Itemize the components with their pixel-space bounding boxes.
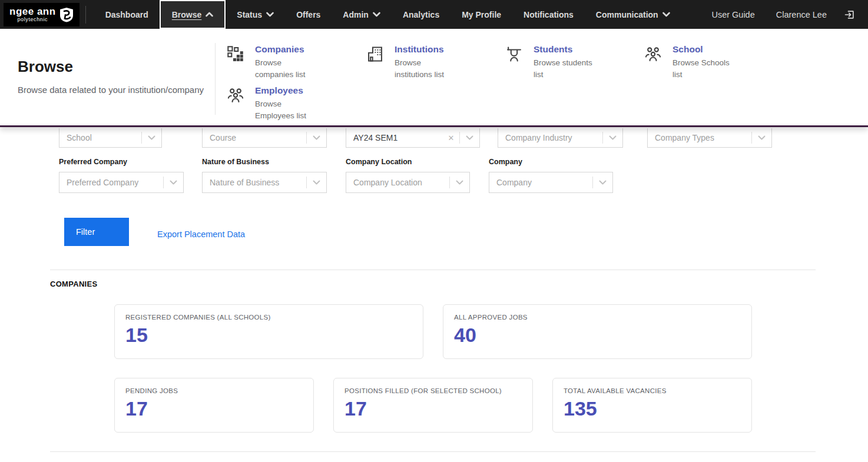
menu-item-subtitle: Browse companies list <box>255 57 321 80</box>
clear-selection-icon[interactable]: ✕ <box>443 134 459 142</box>
menu-item-title: Students <box>534 44 599 55</box>
user-guide-link[interactable]: User Guide <box>703 0 763 29</box>
nav-item-status[interactable]: Status <box>226 0 285 29</box>
export-placement-data-link[interactable]: Export Placement Data <box>157 230 245 239</box>
chevron-down-icon <box>758 135 766 140</box>
nav-divider <box>85 6 86 24</box>
menu-item-subtitle: Browse Schools list <box>672 57 738 80</box>
filter-button[interactable]: Filter <box>64 218 129 246</box>
menu-item-employees[interactable]: Employees Browse Employees list <box>227 85 359 121</box>
chevron-down-icon <box>456 180 463 185</box>
stat-label: TOTAL AVAILABLE VACANCIES <box>564 387 741 394</box>
section-divider-top <box>50 270 816 270</box>
stat-label: REGISTERED COMPANIES (ALL SCHOOLS) <box>125 314 412 321</box>
company-location-select[interactable]: Company Location <box>346 172 470 193</box>
panel-subtitle: Browse data related to your institution/… <box>18 85 204 95</box>
stat-card-positions-filled: POSITIONS FILLED (FOR SELECTED SCHOOL) 1… <box>333 378 533 433</box>
company-select[interactable]: Company <box>489 172 613 193</box>
stat-card-total-available-vacancies: TOTAL AVAILABLE VACANCIES 135 <box>552 378 752 433</box>
stat-value: 40 <box>454 325 741 345</box>
stat-label: POSITIONS FILLED (FOR SELECTED SCHOOL) <box>344 387 522 394</box>
semester-filter-select[interactable]: AY24 SEM1 ✕ <box>346 128 480 148</box>
nav-item-dashboard[interactable]: Dashboard <box>94 0 160 29</box>
stat-value: 17 <box>125 398 303 418</box>
chevron-down-icon <box>609 135 617 140</box>
menu-item-students[interactable]: Students Browse students list <box>505 44 638 80</box>
nature-of-business-label: Nature of Business <box>202 158 269 166</box>
course-filter-select[interactable]: Course <box>202 128 327 148</box>
companies-icon <box>227 45 244 63</box>
logo-line2: polytechnic <box>9 17 56 22</box>
nav-item-analytics[interactable]: Analytics <box>392 0 450 29</box>
menu-item-subtitle: Browse institutions list <box>395 57 460 80</box>
stat-card-registered-companies: REGISTERED COMPANIES (ALL SCHOOLS) 15 <box>114 304 423 359</box>
stat-label: ALL APPROVED JOBS <box>454 314 741 321</box>
company-label: Company <box>489 158 522 166</box>
menu-item-institutions[interactable]: Institutions Browse institutions list <box>366 44 499 80</box>
chevron-down-icon <box>373 12 380 17</box>
chevron-down-icon <box>313 135 320 140</box>
np-shield-icon <box>59 7 74 22</box>
chevron-down-icon <box>662 12 670 17</box>
menu-item-subtitle: Browse Employees list <box>255 98 321 121</box>
menu-item-subtitle: Browse students list <box>534 57 599 80</box>
stat-label: PENDING JOBS <box>125 387 303 394</box>
chevron-down-icon <box>466 135 473 140</box>
nature-of-business-select[interactable]: Nature of Business <box>202 172 327 193</box>
company-types-filter-select[interactable]: Company Types <box>647 128 772 148</box>
students-icon <box>505 45 523 63</box>
chevron-down-icon <box>599 180 607 185</box>
top-navbar: ngee ann polytechnic Dashboard Browse St… <box>0 0 868 29</box>
browse-dropdown-panel: Browse Browse data related to your insti… <box>0 29 868 127</box>
nav-item-communication[interactable]: Communication <box>585 0 681 29</box>
employees-icon <box>227 87 244 104</box>
menu-item-title: Companies <box>255 44 321 55</box>
stat-value: 135 <box>564 398 741 418</box>
nav-item-admin[interactable]: Admin <box>332 0 392 29</box>
logout-button[interactable] <box>840 5 860 25</box>
logo-line1: ngee ann <box>9 6 56 16</box>
nav-item-offers[interactable]: Offers <box>285 0 332 29</box>
panel-title: Browse <box>18 58 73 76</box>
institutions-icon <box>366 45 384 63</box>
user-name[interactable]: Clarence Lee <box>768 0 835 29</box>
np-logo[interactable]: ngee ann polytechnic <box>4 3 79 26</box>
chevron-down-icon <box>313 180 320 185</box>
stat-card-pending-jobs: PENDING JOBS 17 <box>114 378 314 433</box>
stat-card-all-approved-jobs: ALL APPROVED JOBS 40 <box>443 304 752 359</box>
school-icon <box>644 45 662 63</box>
menu-item-title: Institutions <box>395 44 460 55</box>
company-location-label: Company Location <box>346 158 412 166</box>
chevron-down-icon <box>266 12 274 17</box>
companies-section-heading: COMPANIES <box>50 280 97 288</box>
navbar-right: User Guide Clarence Lee <box>703 0 860 29</box>
menu-item-title: School <box>672 44 738 55</box>
page: ngee ann polytechnic Dashboard Browse St… <box>0 0 868 462</box>
nav-item-notifications[interactable]: Notifications <box>512 0 585 29</box>
stat-value: 17 <box>344 398 522 418</box>
stat-value: 15 <box>125 325 412 345</box>
logout-icon <box>844 9 856 21</box>
nav-item-browse[interactable]: Browse <box>160 0 226 29</box>
section-divider-bottom <box>50 451 816 452</box>
school-filter-select[interactable]: School <box>59 128 162 148</box>
company-industry-filter-select[interactable]: Company Industry <box>498 128 623 148</box>
chevron-down-icon <box>170 180 177 185</box>
chevron-down-icon <box>148 135 155 140</box>
nav-item-my-profile[interactable]: My Profile <box>450 0 512 29</box>
menu-item-school[interactable]: School Browse Schools list <box>644 44 777 80</box>
chevron-up-icon <box>206 12 213 17</box>
panel-divider <box>215 43 216 115</box>
menu-item-companies[interactable]: Companies Browse companies list <box>227 44 359 80</box>
preferred-company-select[interactable]: Preferred Company <box>59 172 184 193</box>
menu-item-title: Employees <box>255 85 321 96</box>
preferred-company-label: Preferred Company <box>59 158 127 166</box>
